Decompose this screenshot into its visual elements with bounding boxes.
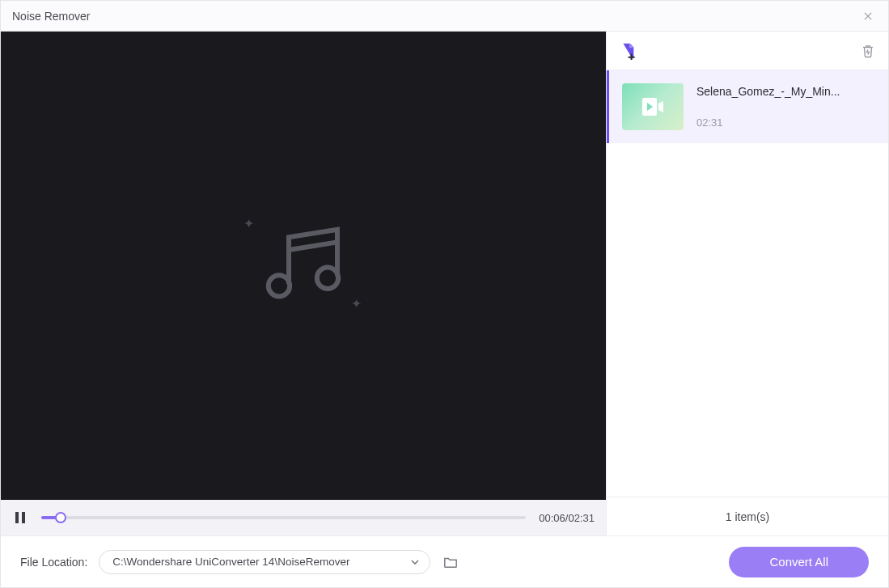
item-filename: Selena_Gomez_-_My_Min... (696, 85, 840, 98)
body: ✦ ✦ 0 (1, 32, 888, 535)
bottom-bar: File Location: Convert All (1, 535, 888, 587)
music-note-icon (255, 216, 352, 313)
trash-icon (861, 44, 875, 58)
svg-point-0 (269, 275, 290, 296)
svg-point-1 (317, 267, 338, 288)
noise-remover-window: Noise Remover ✦ ✦ (0, 0, 889, 588)
item-meta: Selena_Gomez_-_My_Min... 02:31 (696, 83, 840, 130)
folder-icon (443, 556, 458, 569)
file-location-label: File Location: (20, 556, 87, 569)
close-button[interactable] (859, 7, 877, 25)
file-location-group: File Location: (20, 550, 459, 574)
preview-area: ✦ ✦ (1, 32, 606, 500)
sparkle-icon: ✦ (243, 216, 254, 231)
titlebar: Noise Remover (1, 1, 888, 32)
window-title: Noise Remover (12, 10, 90, 23)
item-duration: 02:31 (696, 116, 840, 129)
close-icon (862, 11, 874, 22)
playback-controls: 00:06/02:31 (1, 500, 606, 535)
browse-folder-button[interactable] (442, 553, 459, 571)
convert-all-button[interactable]: Convert All (729, 547, 869, 577)
pause-icon (15, 512, 26, 523)
timecode: 00:06/02:31 (539, 512, 595, 524)
right-pane: Selena_Gomez_-_My_Min... 02:31 1 item(s) (606, 32, 888, 535)
queue-list: Selena_Gomez_-_My_Min... 02:31 (607, 70, 888, 497)
svg-rect-2 (15, 512, 19, 523)
sparkle-icon: ✦ (351, 296, 362, 311)
left-pane: ✦ ✦ 0 (1, 32, 606, 535)
chevron-down-icon (411, 558, 419, 566)
add-file-button[interactable] (618, 41, 637, 61)
total-time: 02:31 (568, 512, 595, 524)
item-thumbnail (622, 83, 684, 130)
queue-item[interactable]: Selena_Gomez_-_My_Min... 02:31 (607, 70, 888, 143)
seek-bar[interactable] (41, 516, 526, 519)
queue-toolbar (607, 32, 888, 70)
music-placeholder: ✦ ✦ (255, 216, 352, 316)
add-file-icon (619, 42, 637, 60)
video-icon (642, 98, 663, 116)
queue-count: 1 item(s) (607, 497, 888, 535)
file-location-dropdown[interactable] (405, 552, 425, 572)
file-location-input[interactable] (112, 556, 405, 568)
current-time: 00:06 (539, 512, 565, 524)
seek-thumb[interactable] (55, 512, 66, 523)
file-location-input-wrap (99, 550, 430, 574)
pause-button[interactable] (12, 510, 28, 526)
svg-rect-3 (22, 512, 25, 523)
clear-queue-button[interactable] (859, 42, 877, 60)
